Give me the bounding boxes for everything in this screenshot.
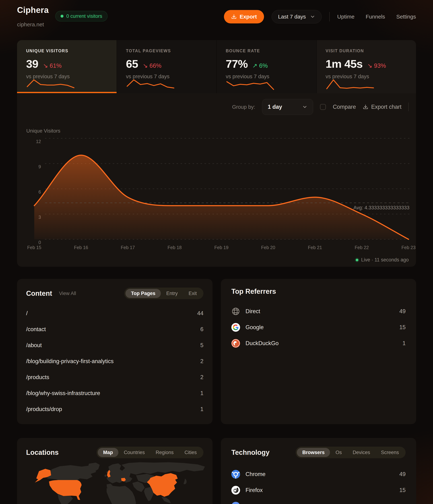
stat-value: 39 xyxy=(26,57,38,70)
page-path: /contact xyxy=(26,326,46,333)
content-row[interactable]: /about5 xyxy=(26,337,203,353)
chart-area: Group by: 1 day Compare Export chart Uni… xyxy=(17,93,416,267)
svg-text:Feb 20: Feb 20 xyxy=(261,245,275,250)
stat-delta: ↗ 6% xyxy=(252,62,268,69)
compare-checkbox[interactable] xyxy=(320,104,326,110)
brand: Ciphera 0 current visitors xyxy=(17,5,108,21)
group-by-dropdown[interactable]: 1 day xyxy=(262,99,313,115)
locations-panel: Locations MapCountriesRegionsCities xyxy=(17,438,213,504)
technology-row[interactable]: Chrome49 xyxy=(231,466,406,482)
content-tab-top-pages[interactable]: Top Pages xyxy=(125,289,161,298)
content-title: Content xyxy=(26,290,52,297)
browser-partial-icon xyxy=(231,502,240,504)
page-path: /blog/why-swiss-infrastructure xyxy=(26,390,100,396)
live-green-dot-icon xyxy=(356,259,358,261)
referrer-row[interactable]: DuckDuckGo1 xyxy=(231,335,406,351)
stat-card-visit-duration[interactable]: VISIT DURATION1m 45s↘ 93%vs previous 7 d… xyxy=(317,40,416,93)
nav-link-settings[interactable]: Settings xyxy=(396,14,416,20)
referrer-rows: Direct49Google15DuckDuckGo1 xyxy=(231,303,406,351)
content-row[interactable]: /44 xyxy=(26,305,203,321)
technology-header: Technology BrowsersOsDevicesScreens xyxy=(231,447,406,458)
technology-title: Technology xyxy=(231,449,269,456)
date-range-dropdown[interactable]: Last 7 days xyxy=(272,10,321,23)
content-row[interactable]: /products/drop1 xyxy=(26,401,203,417)
export-chart-label: Export chart xyxy=(371,104,401,110)
row-label: Firefox xyxy=(245,487,263,494)
technology-tab-os[interactable]: Os xyxy=(330,448,347,457)
map-ireland xyxy=(104,475,107,477)
visitors-line-chart: 129630Feb 15Feb 16Feb 17Feb 18Feb 19Feb … xyxy=(17,93,416,267)
stat-card-total-pageviews[interactable]: TOTAL PAGEVIEWS65↘ 66%vs previous 7 days xyxy=(117,40,217,93)
view-all-link[interactable]: View All xyxy=(59,291,76,296)
referrer-row[interactable]: Google15 xyxy=(231,319,406,335)
content-panel: Content View All Top PagesEntryExit /44/… xyxy=(17,279,213,424)
download-icon xyxy=(363,104,368,110)
content-row[interactable]: /blog/why-swiss-infrastructure1 xyxy=(26,385,203,401)
stat-delta: ↘ 61% xyxy=(43,62,62,69)
row-label: DuckDuckGo xyxy=(245,340,279,347)
world-map xyxy=(35,461,208,504)
stat-value: 1m 45s xyxy=(326,57,363,70)
svg-text:12: 12 xyxy=(36,139,41,144)
page-count: 1 xyxy=(200,390,203,396)
row-value: 1 xyxy=(403,340,406,347)
content-tab-exit[interactable]: Exit xyxy=(183,289,202,298)
group-by-label: Group by: xyxy=(232,104,255,110)
app-title: Ciphera xyxy=(17,5,49,15)
chevron-down-icon xyxy=(310,14,315,19)
page-path: /blog/building-privacy-first-analytics xyxy=(26,358,113,365)
google-icon xyxy=(231,323,240,332)
export-chart-button[interactable]: Export chart xyxy=(363,104,401,110)
locations-tab-cities[interactable]: Cities xyxy=(179,448,202,457)
page-count: 2 xyxy=(200,374,203,380)
svg-text:Feb 18: Feb 18 xyxy=(168,245,182,250)
stat-card-bounce-rate[interactable]: BOUNCE RATE77%↗ 6%vs previous 7 days xyxy=(217,40,317,93)
page-count: 6 xyxy=(200,326,203,333)
svg-text:Feb 19: Feb 19 xyxy=(214,245,228,250)
locations-tab-map[interactable]: Map xyxy=(98,448,118,457)
export-button-label: Export xyxy=(240,14,257,20)
export-button[interactable]: Export xyxy=(224,10,264,23)
content-tabs: Top PagesEntryExit xyxy=(124,288,203,299)
stat-card-unique-visitors[interactable]: UNIQUE VISITORS39↘ 61%vs previous 7 days xyxy=(17,40,117,93)
content-row[interactable]: /blog/building-privacy-first-analytics2 xyxy=(26,353,203,369)
content-tab-entry[interactable]: Entry xyxy=(161,289,183,298)
map-alaska-highlight xyxy=(35,469,51,483)
download-icon xyxy=(231,14,237,19)
map-middle-east xyxy=(132,481,145,492)
technology-row[interactable] xyxy=(231,498,406,504)
compare-label: Compare xyxy=(333,104,356,110)
svg-text:Feb 17: Feb 17 xyxy=(121,245,135,250)
page-path: /about xyxy=(26,342,42,349)
group-by-value: 1 day xyxy=(268,104,282,110)
stat-label: VISIT DURATION xyxy=(326,48,407,53)
site-domain: ciphera.net xyxy=(17,21,44,27)
technology-row[interactable]: Firefox15 xyxy=(231,482,406,498)
row-label: Direct xyxy=(245,308,260,315)
technology-tab-devices[interactable]: Devices xyxy=(347,448,375,457)
nav-link-funnels[interactable]: Funnels xyxy=(366,14,385,20)
row-label: Chrome xyxy=(245,471,265,477)
locations-header: Locations MapCountriesRegionsCities xyxy=(26,447,203,458)
content-row[interactable]: /contact6 xyxy=(26,321,203,337)
technology-tab-screens[interactable]: Screens xyxy=(375,448,404,457)
locations-tab-regions[interactable]: Regions xyxy=(150,448,179,457)
content-rows: /44/contact6/about5/blog/building-privac… xyxy=(26,305,203,417)
stat-sparkline xyxy=(26,77,75,92)
overview-panel: UNIQUE VISITORS39↘ 61%vs previous 7 days… xyxy=(17,40,416,267)
top-nav: UptimeFunnelsSettings xyxy=(337,14,416,20)
locations-tabs: MapCountriesRegionsCities xyxy=(96,447,203,458)
nav-link-uptime[interactable]: Uptime xyxy=(337,14,355,20)
technology-tab-browsers[interactable]: Browsers xyxy=(297,448,330,457)
header-divider xyxy=(329,12,330,21)
duckduckgo-icon xyxy=(231,339,240,348)
row-value: 15 xyxy=(399,487,406,494)
row-value: 49 xyxy=(399,471,406,477)
header-actions: Export Last 7 days UptimeFunnelsSettings xyxy=(224,10,416,23)
locations-tab-countries[interactable]: Countries xyxy=(118,448,150,457)
referrer-row[interactable]: Direct49 xyxy=(231,303,406,319)
live-green-dot-icon xyxy=(61,15,63,18)
stat-value: 65 xyxy=(126,57,138,70)
content-row[interactable]: /products2 xyxy=(26,369,203,385)
page-path: /products/drop xyxy=(26,406,62,413)
